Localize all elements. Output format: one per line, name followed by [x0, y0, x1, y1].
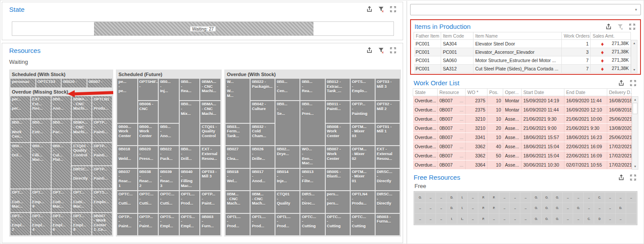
resource-tile[interactable]: OPTCT03: [36, 79, 61, 87]
resource-tile[interactable]: 0B0... - Cen...: [275, 79, 299, 100]
items-row[interactable]: PC001SA060Motor Structure_Estructure del…: [414, 56, 631, 65]
resource-tile[interactable]: 0B027 - Clea...: [226, 146, 250, 167]
column-header[interactable]: End Date: [564, 89, 607, 96]
resource-tile[interactable]: DIRSC... - Directly: [376, 169, 400, 190]
free-resource-tile[interactable]: ...: [594, 203, 604, 213]
free-resource-tile[interactable]: O.: [542, 214, 552, 224]
free-resource-tile[interactable]: ...: [510, 203, 520, 213]
resource-tile[interactable]: 0B02... Drye...: [275, 146, 299, 167]
resource-tile[interactable]: 0B03... Ferm... Tank...: [226, 124, 250, 145]
column-header[interactable]: Resource: [438, 89, 466, 96]
resource-tile[interactable]: 0B0... - Work Cen...: [10, 119, 30, 142]
resource-tile[interactable]: OPTM... - Mixer 01: [351, 169, 375, 190]
resource-tile[interactable]: 0B018 - Wel...: [226, 169, 250, 190]
free-resource-tile[interactable]: C.: [594, 192, 604, 202]
resource-tile[interactable]: DIRSC... - Directly: [376, 191, 400, 213]
resource-tile[interactable]: 0B0... - Filli... Mac...: [31, 143, 51, 189]
resource-tile[interactable]: W... - W... M...: [226, 79, 250, 123]
resource-tile[interactable]: EXT - External Resou...: [200, 146, 220, 167]
resource-tile[interactable]: 0B026 - Drille...: [251, 146, 275, 167]
free-resource-tile[interactable]: ...: [415, 214, 425, 224]
free-resource-tile[interactable]: ...: [425, 203, 435, 213]
free-resource-tile[interactable]: ...: [616, 192, 626, 202]
resource-tile[interactable]: 0B011 - Painti...: [326, 101, 350, 122]
export-icon[interactable]: [618, 80, 625, 87]
resource-tile[interactable]: 0BM... - CNC Mach...: [251, 191, 275, 213]
free-resource-tile[interactable]: O.: [531, 214, 541, 224]
column-header[interactable]: WO *: [466, 89, 487, 96]
free-resource-tile[interactable]: D: [594, 214, 604, 224]
resource-tile[interactable]: OPTS... - Empl...: [159, 214, 179, 235]
wo-row[interactable]: Overdue...0B007...336250Asse...18/06/202…: [413, 151, 632, 160]
wo-row[interactable]: Overdue...0B007...336410Asse...30/06/202…: [413, 160, 632, 170]
resource-tile[interactable]: pers... - pers...: [326, 191, 350, 213]
resource-tile[interactable]: 0B014 - Inje...: [275, 169, 299, 190]
resource-tile[interactable]: OPTC... - Cutti...: [138, 191, 158, 213]
resource-tile[interactable]: OPTC... - Cutting: [300, 214, 324, 235]
clear-filter-icon[interactable]: x: [378, 6, 385, 13]
free-resource-tile[interactable]: O.: [573, 203, 583, 213]
free-resource-tile[interactable]: O.: [531, 192, 541, 202]
resource-tile[interactable]: OPT03 - Mill 3: [200, 169, 220, 190]
free-resource-tile[interactable]: ...: [563, 214, 573, 224]
resource-tile[interactable]: 0B005 - Blasti...: [326, 169, 350, 190]
resource-tile[interactable]: OPTP... - Painting: [351, 101, 375, 122]
resource-tile[interactable]: OPTM... - Mixer 03: [351, 124, 375, 145]
resource-tile[interactable]: OPTC... - Cutting: [326, 214, 350, 235]
resource-tile[interactable]: personas: [10, 79, 35, 87]
resource-tile[interactable]: OPT03 - Mill 3: [376, 79, 400, 100]
wo-row[interactable]: Overdue...0B007...334110Asse...18/06/202…: [413, 133, 632, 142]
free-resource-tile[interactable]: ...: [584, 203, 594, 213]
items-row[interactable]: PC001SA304Elevator Steel Door1♦271,38K: [414, 40, 631, 48]
free-resource-tile[interactable]: ...: [563, 192, 573, 202]
resource-tile[interactable]: 0B0... - Cul... Plat...: [52, 143, 71, 189]
resource-tile[interactable]: CTQ01 - Quality: [275, 191, 299, 213]
resource-tile[interactable]: 0B0... - Pres...: [300, 101, 324, 145]
resource-tile[interactable]: OPTSHIF... -: [138, 79, 158, 100]
free-resource-tile[interactable]: O.: [542, 192, 552, 202]
column-header[interactable]: Sales Amt.: [591, 32, 631, 40]
resource-tile[interactable]: CTQ01 - Quality Control: [200, 124, 220, 145]
column-header[interactable]: Work Orders: [562, 32, 591, 40]
resource-tile[interactable]: OPTL... - Prod...: [226, 214, 250, 235]
resource-tile[interactable]: OPTS... - Empl...: [180, 214, 200, 235]
resource-tile[interactable]: OPTP... - Painti...: [92, 143, 112, 165]
free-resource-tile[interactable]: ...: [520, 214, 530, 224]
maximize-icon[interactable]: [630, 174, 637, 181]
resource-tile[interactable]: 0B038 - Reac... 2: [138, 169, 158, 190]
resource-tile[interactable]: OPT... - Cutt... Mac...: [10, 189, 30, 212]
free-resource-tile[interactable]: ...: [605, 214, 615, 224]
resource-tile[interactable]: per... - per...: [10, 96, 30, 119]
export-icon[interactable]: [605, 23, 612, 30]
resource-tile[interactable]: 0B007 -: [87, 79, 112, 87]
free-resource-tile[interactable]: P.: [478, 214, 488, 224]
resource-tile[interactable]: OPT... - Empl... 8: [72, 213, 91, 235]
free-resource-tile[interactable]: ...: [425, 214, 435, 224]
resource-tile[interactable]: OPTC... - Cutti...: [117, 191, 137, 213]
resource-tile[interactable]: OPTP... - Painti...: [92, 166, 112, 188]
free-resource-tile[interactable]: ...: [468, 192, 478, 202]
free-resource-tile[interactable]: ...: [573, 214, 583, 224]
resource-tile[interactable]: 0B012 - Extrac... Tank_...: [326, 79, 350, 100]
free-resource-tile[interactable]: C.: [584, 214, 594, 224]
free-resource-tile[interactable]: [626, 203, 636, 213]
free-resource-tile[interactable]: P.: [489, 192, 499, 202]
resource-tile[interactable]: EXT - Ext... Res...: [31, 96, 51, 119]
resource-tile[interactable]: OPT... - Empl... 2: [10, 213, 30, 235]
resource-tile[interactable]: OPT... - Cutti... Mac...: [72, 189, 91, 212]
free-resource-tile[interactable]: L.: [457, 214, 467, 224]
resource-tile[interactable]: 0B0... - Ano...: [52, 96, 71, 119]
maximize-icon[interactable]: [629, 23, 636, 30]
column-header[interactable]: Father Item: [414, 32, 441, 40]
resource-tile[interactable]: EXT - External Resou...: [376, 146, 400, 167]
resource-tile[interactable]: OPT01 - Mill 1: [376, 124, 400, 145]
resource-tile[interactable]: 0B0... - Ano...: [159, 124, 179, 145]
column-header[interactable]: Pos.: [487, 89, 503, 96]
free-resource-tile[interactable]: P.: [489, 203, 499, 213]
free-resource-tile[interactable]: [626, 214, 636, 224]
resource-tile[interactable]: 0B042 - Culture: [251, 101, 275, 122]
resource-tile[interactable]: OPTP... - Paint...: [200, 191, 220, 213]
free-resource-tile[interactable]: O.: [552, 203, 562, 213]
free-resource-tile[interactable]: O.: [552, 192, 562, 202]
resource-tile[interactable]: OPT02 - Mill 2: [376, 101, 400, 122]
